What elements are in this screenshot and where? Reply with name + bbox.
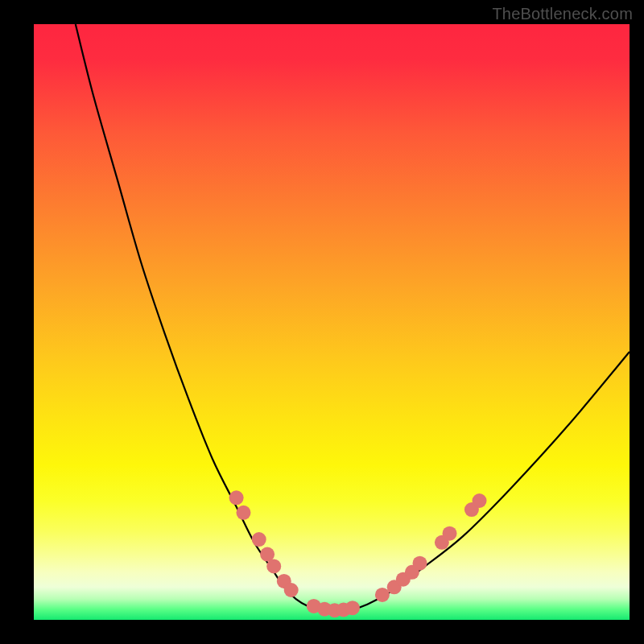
data-point-marker	[345, 601, 360, 615]
bottleneck-curve	[76, 24, 630, 612]
data-point-marker	[252, 532, 266, 547]
chart-svg	[34, 24, 630, 620]
data-point-marker	[229, 490, 244, 505]
data-point-marker	[443, 526, 457, 541]
data-point-marker	[284, 583, 299, 597]
chart-frame: TheBottleneck.com	[0, 0, 644, 644]
data-point-marker	[375, 588, 390, 602]
data-point-marker	[473, 493, 487, 508]
plot-area	[34, 24, 630, 620]
watermark-text: TheBottleneck.com	[492, 5, 633, 23]
data-point-marker	[266, 559, 281, 573]
data-point-marker	[236, 506, 250, 520]
data-point-marker	[413, 556, 427, 571]
